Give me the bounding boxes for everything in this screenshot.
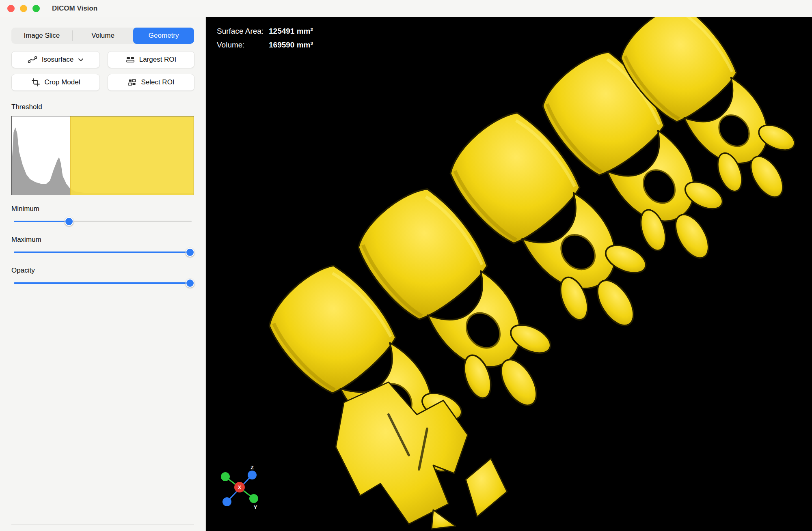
x-axis-label: X xyxy=(238,485,241,490)
window-title: DICOM Vision xyxy=(52,4,97,13)
minimum-slider-thumb[interactable] xyxy=(65,217,73,226)
maximum-slider-track[interactable] xyxy=(14,252,192,253)
minimum-label: Minimum xyxy=(11,205,194,213)
crop-icon xyxy=(31,78,40,87)
surface-area-value: 125491 mm² xyxy=(269,27,313,36)
surface-area-row: Surface Area: 125491 mm² xyxy=(217,27,313,36)
minimum-slider-fill xyxy=(14,221,69,222)
sidebar: Image Slice Volume Geometry Isosurface xyxy=(0,17,206,531)
opacity-slider-thumb[interactable] xyxy=(186,279,194,288)
chevron-down-icon xyxy=(78,58,84,62)
largest-roi-icon xyxy=(126,55,135,64)
y-axis-label: Y xyxy=(254,504,257,510)
maximum-label: Maximum xyxy=(11,236,194,244)
largest-roi-button[interactable]: Largest ROI xyxy=(108,51,194,68)
minimum-slider-track[interactable] xyxy=(14,221,192,222)
spine-3d-model[interactable] xyxy=(206,17,812,531)
opacity-label: Opacity xyxy=(11,267,194,275)
tool-buttons: Isosurface Largest ROI Crop Model xyxy=(11,51,194,91)
threshold-selection[interactable] xyxy=(70,116,194,195)
threshold-label: Threshold xyxy=(11,103,194,111)
maximum-slider-thumb[interactable] xyxy=(186,248,194,257)
title-bar: DICOM Vision xyxy=(0,0,812,17)
select-roi-label: Select ROI xyxy=(141,78,174,86)
z-axis-label: Z xyxy=(251,464,254,471)
z-axis-negative-sphere[interactable] xyxy=(222,497,231,506)
largest-roi-label: Largest ROI xyxy=(139,56,177,64)
render-viewport[interactable]: Surface Area: 125491 mm² Volume: 169590 … xyxy=(206,17,812,531)
z-axis-sphere[interactable] xyxy=(248,471,257,479)
y-axis-sphere[interactable] xyxy=(249,494,258,503)
volume-row: Volume: 169590 mm³ xyxy=(217,41,313,49)
crop-model-button[interactable]: Crop Model xyxy=(11,74,100,91)
view-mode-tabs: Image Slice Volume Geometry xyxy=(11,28,194,44)
tab-geometry[interactable]: Geometry xyxy=(133,28,194,44)
tab-image-slice[interactable]: Image Slice xyxy=(11,28,72,44)
zoom-button[interactable] xyxy=(32,5,40,12)
opacity-slider-track[interactable] xyxy=(14,282,192,284)
maximum-slider-fill xyxy=(14,252,190,253)
tab-volume[interactable]: Volume xyxy=(73,28,134,44)
model-stats: Surface Area: 125491 mm² Volume: 169590 … xyxy=(217,27,313,54)
isosurface-label: Isosurface xyxy=(42,56,73,64)
maximum-slider[interactable] xyxy=(11,248,194,257)
surface-area-label: Surface Area: xyxy=(217,27,269,36)
opacity-slider-fill xyxy=(14,282,190,284)
isosurface-icon xyxy=(28,55,37,64)
app-window: DICOM Vision Image Slice Volume Geometry… xyxy=(0,0,812,531)
close-button[interactable] xyxy=(7,5,15,12)
select-roi-button[interactable]: Select ROI xyxy=(108,74,194,91)
isosurface-button[interactable]: Isosurface xyxy=(11,51,100,68)
traffic-lights xyxy=(7,5,40,12)
volume-label: Volume: xyxy=(217,41,269,49)
opacity-slider[interactable] xyxy=(11,279,194,288)
select-roi-icon xyxy=(127,78,136,87)
minimize-button[interactable] xyxy=(20,5,27,12)
minimum-slider[interactable] xyxy=(11,217,194,226)
crop-model-label: Crop Model xyxy=(45,78,80,86)
orientation-gizmo[interactable]: Z X Y xyxy=(209,458,278,519)
threshold-histogram[interactable] xyxy=(11,116,194,195)
y-axis-negative-sphere[interactable] xyxy=(221,472,230,481)
volume-value: 169590 mm³ xyxy=(269,41,313,49)
